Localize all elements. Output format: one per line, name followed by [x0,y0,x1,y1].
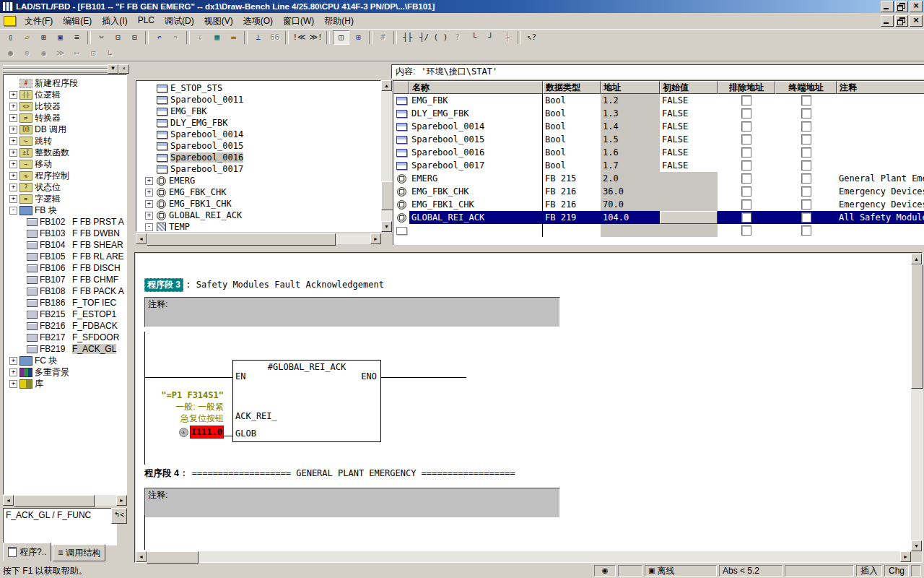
network4-title[interactable]: : =================== GENERAL PLANT EMER… [181,468,515,478]
cell-addr[interactable]: 1.3 [601,107,660,120]
col-addr[interactable]: 地址 [601,81,660,94]
fb-block-item[interactable]: FB103 F FB DWBN [4,228,126,239]
expand-icon[interactable]: + [9,149,17,157]
expand-icon[interactable]: + [9,126,17,134]
interface-tree-item[interactable]: + EMG_FBK1_CHK [136,198,380,210]
restore-button[interactable] [895,1,908,12]
col-name[interactable]: 名称 [409,81,543,94]
help-select-icon[interactable]: ↖? [524,31,539,44]
exclude-address-checkbox[interactable] [741,95,751,105]
var-table-row[interactable]: EMG_FBK_CHK FB 216 36.0 Emergency Device… [393,185,924,198]
print-icon[interactable]: ≡ [69,31,84,44]
breakpoints-active-icon[interactable]: ◉ [36,46,51,59]
fb-block-item[interactable]: FB105 F FB RL ARE [4,251,126,262]
cell-comment[interactable] [837,94,924,107]
ladder-canvas[interactable]: 程序段 3 : Safety Modules Fault Acknowledge… [136,254,911,551]
clear-icon[interactable]: ▬ [226,31,241,44]
menu-item[interactable]: PLC [133,14,160,29]
contact-no-icon[interactable]: ┤├ [400,31,415,44]
expand-icon[interactable]: + [9,91,17,99]
expand-icon[interactable]: - [9,207,17,215]
catalog-tree-item[interactable]: + ↪ 跳转 [4,135,126,147]
cell-addr[interactable]: 70.0 [601,198,660,211]
cell-comment[interactable] [837,224,924,237]
child-minimize-button[interactable] [881,15,894,27]
catalog-tree-item[interactable]: + DB DB 调用 [4,124,126,135]
fb-block-item[interactable]: FB106 F FB DISCH [4,262,126,274]
cell-type[interactable]: Bool [543,146,601,159]
col-comment[interactable]: 注释 [837,81,924,94]
col-type[interactable]: 数据类型 [543,81,601,94]
interface-tree-item[interactable]: Sparebool_0015 [136,140,380,152]
cell-name[interactable]: GLOBAL_REI_ACK [409,211,543,224]
cell-init[interactable] [660,224,718,237]
cell-type[interactable]: Bool [543,107,601,120]
document-icon[interactable] [4,16,16,26]
interface-tree-item[interactable]: + EMG_FBK_CHK [136,186,380,198]
cell-addr[interactable]: 1.2 [601,94,660,107]
menu-item[interactable]: 视图(V) [199,14,238,29]
call-structure-icon[interactable]: ▦ [209,31,225,44]
empty-box-icon[interactable]: ? [450,31,465,44]
terminal-address-checkbox[interactable] [801,186,811,197]
toolbar-icon[interactable] [244,31,248,44]
contact-nc-icon[interactable]: ┤/ [417,31,432,44]
cell-type[interactable]: FB 216 [543,185,601,198]
cell-name[interactable]: Sparebool_0017 [409,159,543,172]
cell-type[interactable]: FB 216 [543,198,601,211]
fb-block-item[interactable]: FB219 F_ACK_GL [4,343,126,355]
cell-name[interactable]: Sparebool_0015 [409,133,543,146]
expand-icon[interactable]: + [145,200,153,208]
toolbar-icon[interactable] [87,31,91,44]
cell-type[interactable]: Bool [543,133,601,146]
scroll-down-icon[interactable]: ▼ [381,221,392,232]
var-table-row[interactable]: EMERG FB 215 2.0 General Plant Emergency [393,172,924,185]
open-branch-icon[interactable]: └ [466,31,481,44]
network3-title[interactable]: : Safety Modules Fault Acknowledgement [186,280,384,290]
interface-hscrollbar[interactable]: ◄ ► [136,233,381,244]
cut-icon[interactable]: ✂ [94,31,109,44]
fb-block-item[interactable]: FB217 F_SFDOOR [4,332,126,343]
cell-comment[interactable] [837,120,924,133]
cell-comment[interactable]: General Plant Emergency [837,172,924,185]
terminal-address-checkbox[interactable] [801,95,811,105]
cell-name[interactable]: Sparebool_0014 [409,120,543,133]
download-icon[interactable]: ⇓ [193,31,208,44]
terminal-address-checkbox[interactable] [801,147,811,158]
cell-addr[interactable] [601,224,660,237]
cell-addr[interactable]: 36.0 [601,185,660,198]
tab-program-elements[interactable]: 程序?.. [3,543,51,561]
var-table-row[interactable]: Sparebool_0017 Bool 1.7 FALSE [393,159,924,172]
terminal-address-checkbox[interactable] [801,173,811,184]
catalog-tree-item[interactable]: + → 移动 [4,158,126,170]
cell-init[interactable] [660,211,718,224]
editor-vscrollbar[interactable]: ▲ ▼ [911,254,922,551]
col-terminal[interactable]: 终端地址 [775,81,837,94]
terminal-address-checkbox[interactable] [801,212,811,223]
child-close-button[interactable] [910,15,923,27]
var-table-row[interactable] [393,224,924,237]
scroll-down-icon[interactable]: ▼ [911,540,922,551]
scroll-left-icon[interactable]: ◄ [3,495,14,506]
expand-icon[interactable]: + [9,160,17,168]
var-table-row[interactable]: GLOBAL_REI_ACK FB 219 104.0 All Safety M… [393,211,924,224]
cell-name[interactable]: EMERG [409,172,543,185]
open-called-block-icon[interactable]: ⊡ [86,46,101,59]
overview-toggle-icon[interactable]: ◫ [333,30,349,45]
cell-addr[interactable]: 1.5 [601,133,660,146]
network4-label[interactable]: 程序段 4 [144,468,179,478]
fb-call-block[interactable]: #GLOBAL_REI_ACK EN ENO ACK_REI_ GLOB [232,360,381,442]
var-table-row[interactable]: Sparebool_0014 Bool 1.4 FALSE [393,120,924,133]
interface-tree-item[interactable]: Sparebool_0017 [136,163,380,175]
terminal-address-checkbox[interactable] [801,134,811,144]
panel-dropdown-icon[interactable]: ▼ [108,64,118,74]
interface-tree-item[interactable]: EMG_FBK [136,105,380,117]
detail-view-icon[interactable]: ⊞ [351,31,366,44]
cell-init[interactable]: FALSE [660,94,718,107]
connector-icon[interactable]: ├ [500,31,515,44]
cell-init[interactable] [660,198,718,211]
child-restore-button[interactable] [895,15,908,27]
toolbar-icon[interactable] [326,31,330,44]
catalog-tree-item[interactable]: + ┤├ 位逻辑 [4,89,126,100]
cell-type[interactable] [543,224,601,237]
